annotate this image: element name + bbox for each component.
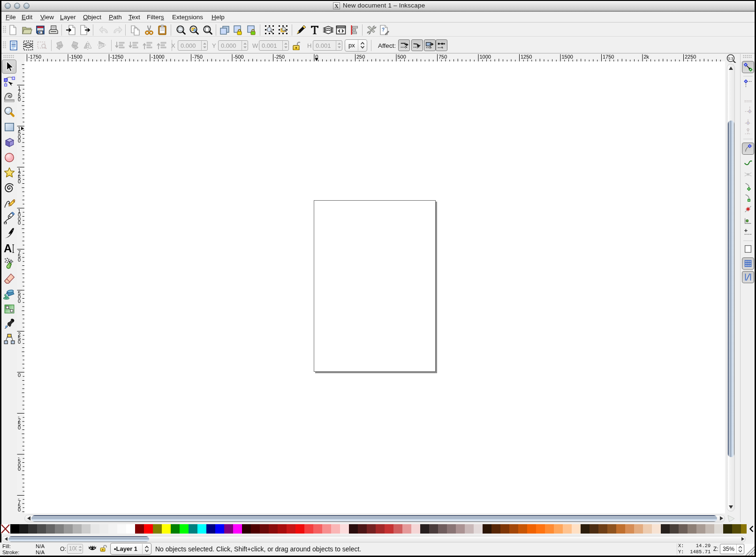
svg-text:1000: 1000 [480,54,491,60]
svg-text:1500: 1500 [562,54,573,60]
svg-text:0: 0 [18,425,21,430]
svg-text:-1000: -1000 [151,54,165,60]
svg-text:1:1: 1:1 [728,56,733,60]
svg-text:A: A [4,242,12,255]
svg-text:0: 0 [18,339,21,345]
svg-text:0: 0 [18,372,21,378]
svg-text:0: 0 [18,220,21,226]
svg-text:0: 0 [18,466,21,472]
svg-text:0: 0 [18,179,21,184]
svg-text:-1500: -1500 [69,54,83,60]
svg-text:-750: -750 [192,54,203,60]
svg-text:-250: -250 [274,54,285,60]
svg-text:0: 0 [18,298,21,304]
svg-text:750: 750 [438,54,447,60]
svg-text:0: 0 [18,257,21,263]
svg-text:500: 500 [398,54,406,60]
svg-text:2250: 2250 [685,54,696,60]
svg-text:1250: 1250 [521,54,532,60]
svg-text:-1250: -1250 [110,54,123,60]
svg-text:2k: 2k [644,54,650,60]
svg-text:?: ? [382,27,385,32]
svg-text:0: 0 [18,138,21,143]
svg-text:-500: -500 [234,54,244,60]
svg-text:1750: 1750 [603,54,614,60]
svg-text:0: 0 [18,507,21,512]
svg-text:250: 250 [356,54,365,60]
svg-text:0: 0 [18,97,21,102]
svg-text:-1750: -1750 [28,54,41,60]
